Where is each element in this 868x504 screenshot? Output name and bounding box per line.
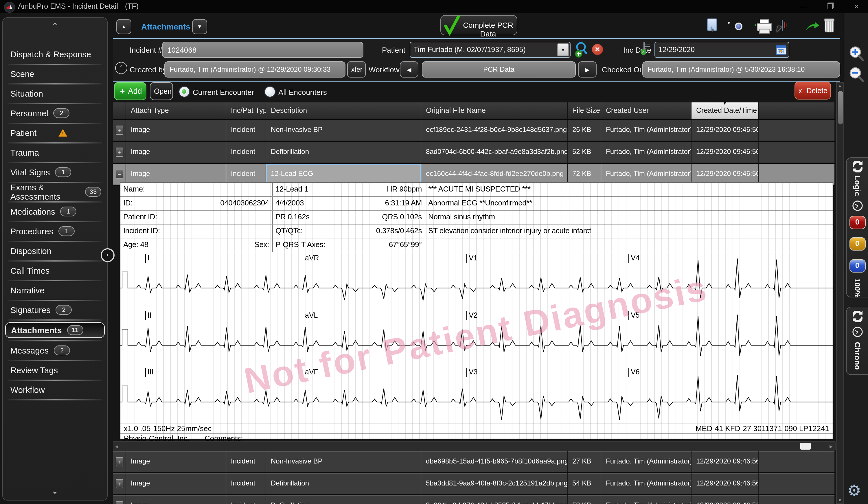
- table-row[interactable]: +ImageIncidentDefibrillation8ad0704d-6b0…: [113, 142, 835, 164]
- checked-out-label: Checked Out: [602, 65, 646, 74]
- column-created-user[interactable]: Created User: [601, 102, 692, 119]
- patient-clear-icon[interactable]: ✕: [592, 44, 603, 55]
- settings-gear-icon[interactable]: ⚙: [847, 481, 861, 500]
- restore-button[interactable]: [824, 2, 836, 12]
- collapse-row-button[interactable]: −: [115, 169, 123, 179]
- cell-created-user: Furtado, Tim (Administrator): [601, 451, 692, 472]
- forward-icon[interactable]: [806, 22, 819, 31]
- expand-row-button[interactable]: +: [115, 147, 123, 157]
- scroll-left-icon[interactable]: ◂: [115, 443, 118, 450]
- cell-description: Defibrillation: [266, 495, 421, 504]
- sidebar-item-patient[interactable]: Patient!: [3, 125, 107, 140]
- sidebar-item-signatures[interactable]: Signatures2: [3, 302, 107, 317]
- sidebar-item-narrative[interactable]: Narrative: [3, 283, 107, 297]
- section-prev-button[interactable]: ▲: [116, 19, 131, 34]
- cell-inc-pat-type: Incident: [226, 120, 266, 141]
- close-button[interactable]: ×: [851, 2, 862, 12]
- cell-description: Non-Invasive BP: [266, 451, 421, 472]
- sidebar-item-medications[interactable]: Medications1: [3, 204, 107, 219]
- zoom-out-icon[interactable]: [848, 66, 865, 83]
- delete-button[interactable]: xDelete: [795, 82, 831, 100]
- sidebar-item-attachments[interactable]: Attachments11: [5, 322, 105, 338]
- horizontal-scroll-thumb[interactable]: [800, 443, 811, 450]
- date-note-icon[interactable]: [643, 42, 645, 53]
- sidebar-item-exams-assessments[interactable]: Exams & Assessments33: [3, 185, 107, 199]
- horizontal-scrollbar[interactable]: ◂ ▸: [113, 441, 835, 451]
- copy-icon[interactable]: ↳: [707, 19, 721, 33]
- text-entry-icon[interactable]: [782, 20, 783, 31]
- patient-search-add-icon[interactable]: [575, 42, 589, 58]
- workflow-prev-button[interactable]: ◀: [400, 61, 418, 78]
- sidebar-scroll-down-icon[interactable]: ⌄: [3, 487, 107, 495]
- cell-file-size: 26 KB: [568, 120, 601, 141]
- sidebar-item-scene[interactable]: Scene: [3, 66, 107, 81]
- x-icon: x: [798, 87, 802, 94]
- radio-current-encounter[interactable]: [179, 87, 189, 97]
- sidebar-item-label: Exams & Assessments: [10, 183, 80, 201]
- open-button[interactable]: Open: [150, 82, 173, 100]
- workflow-next-button[interactable]: ▶: [578, 61, 597, 78]
- complete-pcr-button[interactable]: Complete PCR Data: [440, 15, 517, 35]
- sidebar-item-personnel[interactable]: Personnel2: [3, 106, 107, 120]
- minimize-button[interactable]: —: [797, 2, 809, 12]
- ecg-waveform: [120, 309, 833, 366]
- sidebar-item-vital-signs[interactable]: Vital Signs1: [3, 165, 107, 179]
- ecg-strip-3: IIIaVFV3V6: [120, 366, 833, 423]
- table-row[interactable]: +ImageIncidentDefibrillation3e864bc2-b07…: [113, 495, 835, 504]
- sidebar-item-procedures[interactable]: Procedures1: [3, 224, 107, 238]
- ecg-device-text: MED-41 KFD-27 3011371-090 LP12241: [695, 424, 829, 433]
- sync-icon: [851, 311, 863, 322]
- xfer-button[interactable]: xfer: [347, 61, 366, 78]
- expand-row-button[interactable]: +: [115, 501, 123, 504]
- vertical-scroll-thumb[interactable]: [838, 91, 843, 124]
- cell-created-datetime: 12/29/2020 09:46:56: [692, 164, 758, 185]
- expand-row-button[interactable]: +: [115, 125, 123, 135]
- zoom-in-icon[interactable]: [848, 45, 865, 62]
- scroll-down-icon[interactable]: ▼: [837, 498, 843, 503]
- scroll-up-icon[interactable]: ▲: [837, 83, 843, 89]
- table-row[interactable]: +ImageIncidentNon-Invasive BPecf189ec-24…: [113, 120, 835, 142]
- sidebar-item-messages[interactable]: Messages2: [3, 343, 107, 358]
- sidebar-item-trauma[interactable]: Trauma: [3, 145, 107, 160]
- cell-attach-type: Image: [126, 495, 226, 504]
- sidebar-item-situation[interactable]: Situation: [3, 86, 107, 101]
- patient-select[interactable]: Tim Furtado (M, 02/07/1937, 8695) ▼: [410, 42, 570, 58]
- sidebar-scroll-up-icon[interactable]: ⌃: [3, 21, 107, 30]
- column-attach-type[interactable]: Attach Type: [126, 102, 226, 119]
- scroll-right-icon[interactable]: ▸: [829, 443, 833, 450]
- column-original-file-name[interactable]: Original File Name: [421, 102, 568, 119]
- vertical-scrollbar[interactable]: ▲ ▼: [836, 82, 844, 504]
- sidebar-item-dispatch-response[interactable]: Dispatch & Response: [3, 47, 107, 61]
- cell-created-user: Furtado, Tim (Administrator): [601, 473, 692, 494]
- expand-row-button[interactable]: +: [115, 479, 123, 488]
- add-button[interactable]: ＋ Add: [114, 82, 146, 100]
- table-row[interactable]: +ImageIncidentDefibrillation5ba3dd81-9aa…: [113, 473, 835, 495]
- column-inc-pat-type[interactable]: Inc/Pat Type: [226, 102, 266, 119]
- column-created-datetime[interactable]: ▼Created Date/Time: [692, 102, 758, 119]
- sidebar-item-workflow[interactable]: Workflow: [3, 382, 107, 397]
- incident-number-input[interactable]: 1024068: [162, 42, 363, 58]
- patient-dropdown-icon[interactable]: ▼: [557, 43, 569, 56]
- cell-inc-pat-type: Incident: [226, 495, 266, 504]
- sidebar-item-review-tags[interactable]: Review Tags: [3, 363, 107, 377]
- column-file-size[interactable]: File Size: [568, 102, 601, 119]
- logic-tab[interactable]: Logic 0 0 0 100%: [846, 157, 868, 297]
- ecg-waveform: [120, 366, 833, 423]
- chrono-tab[interactable]: Chrono: [846, 307, 868, 375]
- column-description[interactable]: Description: [266, 102, 421, 119]
- inc-date-input[interactable]: 12/29/2020: [654, 42, 789, 58]
- sidebar-item-call-times[interactable]: Call Times: [3, 263, 107, 278]
- section-next-button[interactable]: ▼: [192, 19, 207, 34]
- expand-row-button[interactable]: +: [115, 457, 123, 466]
- calendar-icon[interactable]: [776, 45, 786, 55]
- attachments-table-bottom: +ImageIncidentNon-Invasive BPdbe698b5-15…: [113, 451, 835, 504]
- window-title-suffix: (TF): [125, 2, 138, 10]
- radio-all-encounters[interactable]: [265, 87, 275, 97]
- sidebar-item-disposition[interactable]: Disposition: [3, 244, 107, 258]
- ecg-image-preview[interactable]: Name:12-Lead 1HR 90bpm*** ACUTE MI SUSPE…: [120, 182, 833, 439]
- table-row[interactable]: +ImageIncidentNon-Invasive BPdbe698b5-15…: [113, 451, 835, 473]
- sidebar-collapse-button[interactable]: ‹: [101, 248, 115, 262]
- count-badge: 2: [56, 305, 72, 315]
- header-collapse-toggle[interactable]: ⌃: [115, 62, 127, 74]
- divider: [8, 83, 102, 84]
